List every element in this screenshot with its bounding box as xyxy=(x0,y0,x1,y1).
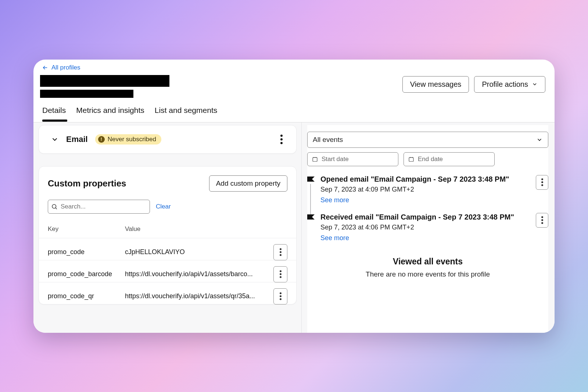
cell-key: promo_code_barcode xyxy=(48,270,125,278)
table-row: promo_code_barcode https://dl.voucherify… xyxy=(39,260,296,282)
column-divider xyxy=(301,122,302,333)
events-footer-subtitle: There are no more events for this profil… xyxy=(307,270,548,278)
date-filters: Start date End date xyxy=(307,152,548,166)
calendar-icon xyxy=(312,156,318,162)
tabs: Details Metrics and insights List and se… xyxy=(42,106,217,118)
event-menu-button[interactable] xyxy=(536,175,548,190)
app-window: All profiles View messages Profile actio… xyxy=(33,60,555,333)
event-item: Received email "Email Campaign - Sep 7 2… xyxy=(307,213,548,242)
tab-metrics-label: Metrics and insights xyxy=(76,106,144,114)
email-card-menu[interactable] xyxy=(277,133,286,145)
redacted-profile-name xyxy=(40,75,169,87)
chevron-down-icon xyxy=(532,81,538,87)
table-header: Key Value xyxy=(39,222,296,238)
tab-details[interactable]: Details xyxy=(42,106,66,118)
email-card-title: Email xyxy=(66,135,88,144)
status-badge: ! Never subscribed xyxy=(95,134,161,145)
cell-value: https://dl.voucherify.io/api/v1/assets/q… xyxy=(125,292,264,300)
alert-icon: ! xyxy=(98,136,105,143)
col-key: Key xyxy=(48,225,125,233)
tab-lists-label: List and segments xyxy=(155,106,217,114)
add-custom-property-button[interactable]: Add custom property xyxy=(209,175,287,192)
col-value: Value xyxy=(125,225,264,233)
event-see-more-link[interactable]: See more xyxy=(320,196,349,204)
add-custom-property-label: Add custom property xyxy=(216,179,280,188)
tab-details-label: Details xyxy=(42,106,66,114)
tab-lists[interactable]: List and segments xyxy=(155,106,217,118)
row-menu-button[interactable] xyxy=(273,266,287,282)
cell-key: promo_code xyxy=(48,248,125,256)
email-channel-card: Email ! Never subscribed xyxy=(39,125,297,154)
calendar-icon xyxy=(408,156,414,162)
event-see-more-link[interactable]: See more xyxy=(320,234,349,242)
svg-rect-1 xyxy=(313,157,317,161)
right-column: All events Start date End date Opened em… xyxy=(307,125,548,333)
search-input-wrapper xyxy=(48,200,150,214)
events-filter-label: All events xyxy=(313,136,343,144)
active-tab-underline xyxy=(42,120,67,122)
event-menu-button[interactable] xyxy=(536,213,548,228)
status-badge-label: Never subscribed xyxy=(108,136,156,143)
end-date-placeholder: End date xyxy=(418,156,443,163)
clear-search-link[interactable]: Clear xyxy=(156,203,171,210)
search-input[interactable] xyxy=(48,200,150,214)
view-messages-label: View messages xyxy=(410,80,462,89)
profile-actions-button[interactable]: Profile actions xyxy=(474,76,545,93)
start-date-input[interactable]: Start date xyxy=(307,152,398,166)
events-filter-select[interactable]: All events xyxy=(307,132,548,148)
search-icon xyxy=(51,203,58,210)
chevron-down-icon[interactable] xyxy=(51,135,59,143)
table-row: promo_code_qr https://dl.voucherify.io/a… xyxy=(39,282,296,304)
events-footer-title: Viewed all events xyxy=(307,257,548,267)
start-date-placeholder: Start date xyxy=(322,156,349,163)
profile-actions-label: Profile actions xyxy=(482,80,528,89)
event-item: Opened email "Email Campaign - Sep 7 202… xyxy=(307,175,548,204)
cell-key: promo_code_qr xyxy=(48,292,125,300)
custom-properties-card: Custom properties Add custom property Cl… xyxy=(39,166,297,304)
breadcrumb-label: All profiles xyxy=(51,64,80,71)
svg-point-0 xyxy=(52,204,56,209)
custom-properties-title: Custom properties xyxy=(48,178,126,189)
flag-icon xyxy=(307,177,315,182)
tab-metrics[interactable]: Metrics and insights xyxy=(76,106,144,118)
event-timestamp: Sep 7, 2023 at 4:09 PM GMT+2 xyxy=(320,186,530,193)
chevron-down-icon xyxy=(536,136,543,143)
event-title: Opened email "Email Campaign - Sep 7 202… xyxy=(320,175,530,183)
row-menu-button[interactable] xyxy=(273,244,287,260)
arrow-left-icon xyxy=(42,64,49,71)
breadcrumb-all-profiles[interactable]: All profiles xyxy=(42,64,80,71)
left-column: Email ! Never subscribed Custom properti… xyxy=(39,125,297,304)
event-thread-line xyxy=(310,184,311,215)
event-timestamp: Sep 7, 2023 at 4:06 PM GMT+2 xyxy=(320,224,530,231)
flag-icon xyxy=(307,214,315,220)
view-messages-button[interactable]: View messages xyxy=(402,76,469,93)
top-actions: View messages Profile actions xyxy=(402,76,545,93)
event-title: Received email "Email Campaign - Sep 7 2… xyxy=(320,213,530,221)
redacted-profile-email xyxy=(40,90,133,98)
svg-rect-2 xyxy=(409,157,413,161)
row-menu-button[interactable] xyxy=(273,288,287,304)
cell-value: cJpHELLOKLAVIYO xyxy=(125,248,264,256)
table-row: promo_code cJpHELLOKLAVIYO xyxy=(39,238,296,260)
cell-value: https://dl.voucherify.io/api/v1/assets/b… xyxy=(125,270,264,278)
custom-properties-table: Key Value promo_code cJpHELLOKLAVIYO pro… xyxy=(39,222,296,304)
end-date-input[interactable]: End date xyxy=(404,152,495,166)
